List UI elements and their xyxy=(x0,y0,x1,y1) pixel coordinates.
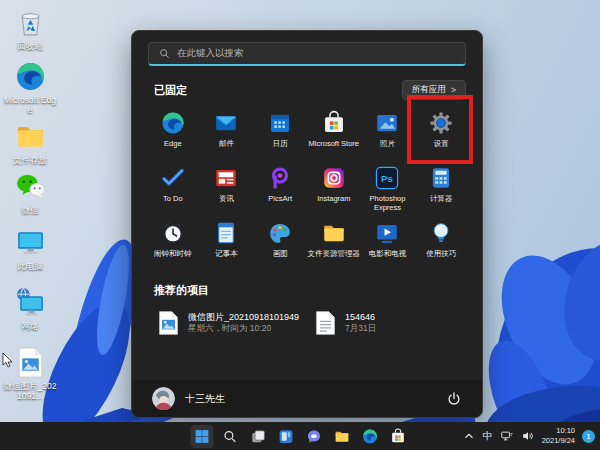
app-tile-label: 邮件 xyxy=(219,139,234,148)
app-tile-label: 电影和电视 xyxy=(369,249,407,258)
app-tile-notepad[interactable]: 记事本 xyxy=(200,216,254,271)
taskbar-file-explorer-button[interactable] xyxy=(331,425,354,448)
recycle-bin-icon xyxy=(14,6,47,39)
all-apps-button[interactable]: 所有应用 > xyxy=(402,80,466,100)
taskbar-widgets-button[interactable] xyxy=(275,425,298,448)
desktop-icon-folder[interactable]: 文件存放 xyxy=(2,120,58,165)
file-explorer-icon xyxy=(334,428,351,445)
app-tile-label: 闹钟和时钟 xyxy=(154,249,192,258)
desktop-icon-label: 回收站 xyxy=(17,41,43,51)
search-icon xyxy=(159,48,170,59)
desktop-icon-label: Microsoft Edge xyxy=(2,95,58,115)
power-button[interactable] xyxy=(446,391,462,407)
start-icon xyxy=(194,428,211,445)
recommended-item[interactable]: 1546467月31日 xyxy=(309,306,466,340)
app-tile-label: Edge xyxy=(164,139,182,148)
photos-icon xyxy=(374,110,400,136)
app-tile-label: 使用技巧 xyxy=(426,249,456,258)
app-tile-photos[interactable]: 照片 xyxy=(361,106,415,161)
edge-icon xyxy=(14,60,47,93)
desktop-icon-label: 网络 xyxy=(22,321,39,331)
app-tile-paint[interactable]: 画图 xyxy=(253,216,307,271)
pinned-section-title: 已固定 xyxy=(154,83,187,98)
desktop-icon-edge[interactable]: Microsoft Edge xyxy=(2,60,58,115)
app-tile-label: To Do xyxy=(163,194,183,203)
user-avatar[interactable] xyxy=(152,387,175,410)
wechat-icon xyxy=(14,170,47,203)
all-apps-label: 所有应用 xyxy=(412,84,446,96)
calendar-icon xyxy=(267,110,293,136)
recommended-items: 微信图片_20210918101949星期六，时间为 10:201546467月… xyxy=(152,306,466,340)
app-tile-todo[interactable]: To Do xyxy=(146,161,200,216)
app-tile-picsart[interactable]: PicsArt xyxy=(253,161,307,216)
tray-network-icon[interactable] xyxy=(500,429,514,443)
app-tile-file-explorer[interactable]: 文件资源管理器 xyxy=(307,216,361,271)
desktop-icon-image-file[interactable]: 微信图片_2021091... xyxy=(2,346,58,401)
recommended-item-title: 154646 xyxy=(345,312,376,324)
app-tile-movies-tv[interactable]: 电影和电视 xyxy=(361,216,415,271)
this-pc-icon xyxy=(14,226,47,259)
tray-clock[interactable]: 10:10 2021/9/24 xyxy=(542,426,575,446)
taskbar-store-button[interactable] xyxy=(387,425,410,448)
tray-ime-indicator[interactable]: 中 xyxy=(483,429,493,443)
app-tile-store[interactable]: Microsoft Store xyxy=(307,106,361,161)
store-icon xyxy=(390,428,407,445)
desktop-icon-label: 微信 xyxy=(22,205,39,215)
start-user-bar: 十三先生 xyxy=(132,380,482,417)
mail-icon xyxy=(213,110,239,136)
app-tile-label: 画图 xyxy=(273,249,288,258)
news-icon xyxy=(213,165,239,191)
tray-chevron-up-icon[interactable] xyxy=(462,429,476,443)
movies-tv-icon xyxy=(374,220,400,246)
app-tile-label: 记事本 xyxy=(215,249,238,258)
app-tile-edge[interactable]: Edge xyxy=(146,106,200,161)
edge-icon xyxy=(362,428,379,445)
app-tile-news[interactable]: 资讯 xyxy=(200,161,254,216)
recommended-section-title: 推荐的项目 xyxy=(154,283,466,298)
task-view-icon xyxy=(250,428,267,445)
app-tile-label: PicsArt xyxy=(268,194,292,203)
tips-icon xyxy=(428,220,454,246)
taskbar-tray: 中 10:10 2021/9/24 1 xyxy=(462,422,595,450)
app-tile-label: 资讯 xyxy=(219,194,234,203)
app-tile-label: 文件资源管理器 xyxy=(308,249,361,258)
svg-text:Ps: Ps xyxy=(382,173,395,184)
desktop-icon-wechat[interactable]: 微信 xyxy=(2,170,58,215)
app-tile-calendar[interactable]: 日历 xyxy=(253,106,307,161)
search-placeholder: 在此键入以搜索 xyxy=(177,47,244,60)
app-tile-mail[interactable]: 邮件 xyxy=(200,106,254,161)
taskbar-chat-button[interactable] xyxy=(303,425,326,448)
app-tile-label: 日历 xyxy=(273,139,288,148)
app-tile-instagram[interactable]: Instagram xyxy=(307,161,361,216)
taskbar-start-button[interactable] xyxy=(191,425,214,448)
todo-icon xyxy=(160,165,186,191)
folder-icon xyxy=(14,120,47,153)
taskbar-task-view-button[interactable] xyxy=(247,425,270,448)
instagram-icon xyxy=(321,165,347,191)
app-tile-calculator[interactable]: 计算器 xyxy=(414,161,468,216)
app-tile-tips[interactable]: 使用技巧 xyxy=(414,216,468,271)
picsart-icon xyxy=(267,165,293,191)
desktop-icon-network[interactable]: 网络 xyxy=(2,286,58,331)
app-tile-photoshop-express[interactable]: PsPhotoshop Express xyxy=(361,161,415,216)
tray-volume-icon[interactable] xyxy=(521,429,535,443)
app-tile-label: Photoshop Express xyxy=(361,194,415,212)
notification-badge[interactable]: 1 xyxy=(582,430,595,443)
app-tile-clock[interactable]: 闹钟和时钟 xyxy=(146,216,200,271)
store-icon xyxy=(321,110,347,136)
pinned-app-grid: Edge邮件日历Microsoft Store照片设置To Do资讯PicsAr… xyxy=(146,106,468,271)
app-tile-label: 照片 xyxy=(380,139,395,148)
recommended-item-title: 微信图片_20210918101949 xyxy=(188,312,299,324)
desktop-icon-recycle-bin[interactable]: 回收站 xyxy=(2,6,58,51)
start-search-box[interactable]: 在此键入以搜索 xyxy=(148,42,466,66)
recommended-item[interactable]: 微信图片_20210918101949星期六，时间为 10:20 xyxy=(152,306,309,340)
app-tile-settings[interactable]: 设置 xyxy=(414,106,468,161)
app-tile-label: 设置 xyxy=(434,139,449,148)
desktop-icon-this-pc[interactable]: 此电脑 xyxy=(2,226,58,271)
taskbar-search-button[interactable] xyxy=(219,425,242,448)
desktop-icon-label: 文件存放 xyxy=(13,155,47,165)
desktop-icon-label: 此电脑 xyxy=(17,261,43,271)
network-icon xyxy=(14,286,47,319)
user-name[interactable]: 十三先生 xyxy=(185,392,225,406)
taskbar-edge-button[interactable] xyxy=(359,425,382,448)
